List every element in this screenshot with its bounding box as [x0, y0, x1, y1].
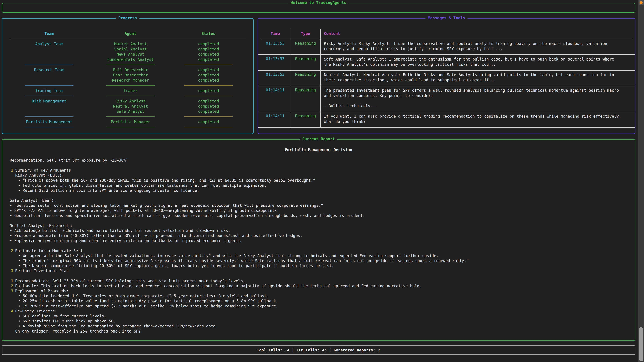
progress-row: Analyst TeamMarket Analystcompleted — [2, 41, 253, 46]
messages-panel: Messages & Tools Time Type Content 01:13… — [258, 18, 635, 134]
agent-cell: News Analyst — [91, 52, 170, 57]
agent-cell: Market Analyst — [91, 41, 170, 46]
team-cell — [7, 109, 91, 114]
message-time: 01:14:11 — [260, 88, 290, 92]
status-cell: completed — [172, 52, 245, 57]
message-type: Reasoning — [291, 88, 320, 92]
report-line: • 20–25% in cash or a stable-value fund … — [2, 299, 635, 304]
report-line: • We agree with the Safe Analyst that “e… — [2, 253, 635, 258]
message-content: Neutral Analyst: Neutral Analyst: Both t… — [324, 72, 631, 83]
report-panel: Current Report Portfolio Management Deci… — [2, 139, 635, 341]
overlay-badge[interactable] — [639, 0, 644, 5]
agent-cell: Risky Analyst — [91, 98, 170, 104]
progress-row: Research TeamBull Researchercompleted — [2, 67, 253, 72]
team-cell: Research Team — [7, 67, 91, 72]
report-line: 3Deployment of Proceeds: — [2, 289, 635, 294]
message-time: 01:13:53 — [260, 57, 290, 61]
message-time: 01:14:11 — [260, 114, 290, 118]
agent-cell: Bull Researcher — [91, 67, 170, 72]
progress-table: Team Agent Status Analyst TeamMarket Ana… — [2, 31, 253, 130]
report-line — [2, 273, 635, 278]
stats-text: Tool Calls: 14 | LLM Calls: 45 | Generat… — [2, 346, 635, 355]
report-line: • Propose a moderate trim (20–30%) rathe… — [2, 233, 635, 238]
status-cell: completed — [172, 78, 245, 83]
status-cell: completed — [172, 88, 245, 93]
agent-cell: Fundamentals Analyst — [91, 57, 170, 62]
column-header-team: Team — [7, 31, 91, 36]
status-cell: completed — [172, 98, 245, 104]
message-time: 01:13:53 — [260, 72, 290, 77]
report-line: • “Services sector contraction and slowi… — [2, 203, 635, 208]
report-line-number: 4 — [9, 309, 13, 314]
progress-row: Fundamentals Analystcompleted — [2, 57, 253, 62]
progress-row: Portfolio ManagementPortfolio Managercom… — [2, 119, 253, 124]
team-cell: Trading Team — [7, 88, 91, 93]
progress-row: News Analystcompleted — [2, 52, 253, 57]
message-type: Reasoning — [291, 72, 320, 77]
agent-cell: Bear Researcher — [91, 72, 170, 78]
terminal-screen: Welcome to TradingAgents Progress Team A… — [0, 0, 644, 362]
welcome-panel: Welcome to TradingAgents — [2, 3, 635, 13]
scrollbar-thumb[interactable] — [639, 327, 643, 361]
column-header-type: Type — [291, 31, 320, 36]
report-line: • 50–60% into laddered U.S. Treasuries o… — [2, 294, 635, 299]
report-line: • Recent $2.3 billion inflows into SPY u… — [2, 188, 635, 193]
agent-cell: Portfolio Manager — [91, 119, 170, 124]
progress-separator — [2, 124, 253, 130]
agent-cell: Neutral Analyst — [91, 104, 170, 109]
report-line: • The Neutral compromise—“trimming 20–30… — [2, 263, 635, 268]
message-row: 01:13:53ReasoningRisky Analyst: Risky An… — [258, 39, 635, 55]
team-cell — [7, 52, 91, 57]
report-line: • S&P services PMI turns back up above 5… — [2, 319, 635, 324]
team-cell — [7, 72, 91, 78]
report-line: • Geopolitical tensions and speculative … — [2, 213, 635, 218]
scrollbar-track[interactable] — [638, 0, 644, 362]
report-line — [2, 243, 635, 248]
report-line-number: 1 — [9, 278, 13, 283]
status-cell: completed — [172, 72, 245, 78]
message-row: 01:13:53ReasoningSafe Analyst: Safe Anal… — [258, 55, 635, 70]
report-line: • SPY’s 22× P/E is above long-term avera… — [2, 208, 635, 213]
agent-cell: Social Analyst — [91, 46, 170, 52]
message-content: Safe Analyst: Safe Analyst: I appreciate… — [324, 57, 631, 67]
report-line: 2Rationale: This scaling back locks in p… — [2, 283, 635, 289]
report-line: On any trigger, redeploy in 25% tranches… — [2, 329, 635, 334]
report-line: • “Price is above both the 50- and 200-d… — [2, 178, 635, 183]
progress-separator — [2, 93, 253, 98]
team-cell — [7, 78, 91, 83]
message-type: Reasoning — [291, 41, 320, 45]
report-line: • Acknowledge bullish technicals and mac… — [2, 228, 635, 233]
report-line-number: 3 — [9, 268, 13, 273]
report-line: Recommendation: Sell (trim SPY exposure … — [2, 158, 635, 163]
header-separator — [260, 38, 632, 39]
message-content: Risky Analyst: Risky Analyst: I see the … — [324, 41, 631, 51]
progress-separator — [2, 62, 253, 67]
report-body: Recommendation: Sell (trim SPY exposure … — [2, 158, 635, 334]
status-cell: completed — [172, 104, 245, 109]
progress-row: Safe Analystcompleted — [2, 109, 253, 114]
orange-circle-icon — [640, 1, 643, 4]
report-line: • The trader’s original 50% cut is likel… — [2, 258, 635, 263]
header-separator — [2, 36, 253, 41]
progress-row: Neutral Analystcompleted — [2, 104, 253, 109]
report-line: Neutral Analyst (Balanced): — [2, 223, 635, 228]
team-cell — [7, 104, 91, 109]
progress-row: Research Managercompleted — [2, 78, 253, 83]
progress-rows: Analyst TeamMarket AnalystcompletedSocia… — [2, 41, 253, 130]
team-cell — [7, 57, 91, 62]
report-line-number: 2 — [9, 248, 13, 253]
report-line — [2, 218, 635, 223]
report-line: • SPY declines 7% from current levels. — [2, 314, 635, 319]
message-content: If you want, I can also provide a tactic… — [324, 114, 631, 124]
report-line — [2, 193, 635, 198]
team-cell: Analyst Team — [7, 41, 91, 46]
welcome-title: Welcome to TradingAgents — [288, 0, 349, 5]
message-content: The presented investment plan for SPY of… — [324, 88, 631, 109]
column-header-agent: Agent — [91, 31, 170, 36]
report-heading: Portfolio Management Decision — [2, 148, 635, 152]
agent-cell: Safe Analyst — [91, 109, 170, 114]
report-line: 3Refined Investment Plan — [2, 268, 635, 273]
message-row: 01:14:11ReasoningIf you want, I can also… — [258, 112, 635, 128]
report-line: • Fed cuts priced in, global disinflatio… — [2, 183, 635, 188]
message-time: 01:13:53 — [260, 41, 290, 45]
